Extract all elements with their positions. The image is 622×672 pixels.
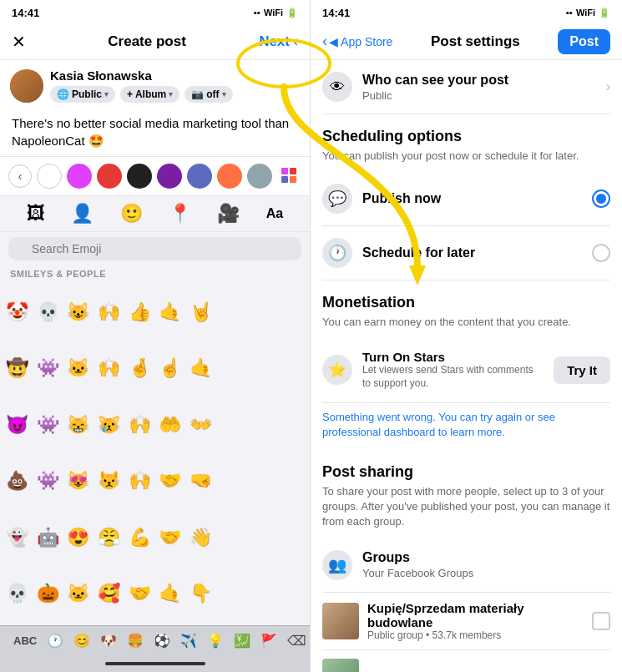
groups-row[interactable]: 👥 Groups Your Facebook Groups bbox=[322, 538, 610, 593]
schedule-later-row[interactable]: 🕐 Schedule for later bbox=[322, 226, 610, 280]
emoji-60[interactable] bbox=[277, 566, 308, 623]
emoji-44[interactable]: 😤 bbox=[94, 509, 124, 566]
emoji-2[interactable]: 💀 bbox=[33, 284, 63, 341]
post-text[interactable]: There's no better social media marketing… bbox=[0, 108, 310, 156]
color-swatch-white[interactable] bbox=[37, 164, 62, 189]
emoji-22[interactable]: 👾 bbox=[33, 397, 63, 453]
group-1-row[interactable]: Kupię/Sprzedam materiały budowlane Publi… bbox=[322, 593, 610, 650]
schedule-later-radio[interactable] bbox=[592, 244, 610, 262]
emoji-36[interactable]: 🤝 bbox=[155, 453, 186, 510]
who-can-see-row[interactable]: 👁 Who can see your post Public › bbox=[322, 60, 610, 114]
text-toolbar-btn[interactable]: Aa bbox=[266, 206, 283, 221]
color-swatch-orange[interactable] bbox=[217, 164, 242, 189]
emoji-search-input[interactable] bbox=[8, 237, 301, 260]
color-grid-button[interactable] bbox=[277, 164, 301, 189]
emoji-51[interactable]: 💀 bbox=[2, 566, 33, 623]
emoji-10[interactable] bbox=[277, 284, 308, 341]
camera-toolbar-btn[interactable]: 🎥 bbox=[217, 203, 240, 225]
emoji-15[interactable]: 🤞 bbox=[124, 341, 155, 397]
emoji-3[interactable]: 😺 bbox=[63, 284, 94, 341]
emoji-9[interactable] bbox=[247, 284, 278, 341]
emoji-24[interactable]: 😿 bbox=[94, 397, 124, 453]
emoji-4[interactable]: 🙌 bbox=[94, 284, 124, 341]
emoji-49[interactable] bbox=[247, 509, 278, 566]
emoji-30[interactable] bbox=[277, 397, 308, 453]
food-btn[interactable]: 🍔 bbox=[122, 629, 149, 652]
animal-btn[interactable]: 🐶 bbox=[95, 629, 122, 652]
emoji-12[interactable]: 👾 bbox=[33, 341, 63, 397]
emoji-47[interactable]: 👋 bbox=[185, 509, 216, 566]
emoji-42[interactable]: 🤖 bbox=[33, 509, 63, 566]
emoji-35[interactable]: 🙌 bbox=[124, 453, 155, 510]
emoji-55[interactable]: 🤝 bbox=[124, 566, 155, 623]
back-button[interactable]: ‹ bbox=[293, 33, 298, 50]
emoji-43[interactable]: 😍 bbox=[63, 509, 94, 566]
emoji-31[interactable]: 💩 bbox=[2, 453, 33, 510]
emoji-29[interactable] bbox=[247, 397, 278, 453]
emoji-58[interactable] bbox=[216, 566, 247, 623]
emoji-39[interactable] bbox=[247, 453, 278, 510]
emoji-50[interactable] bbox=[277, 509, 308, 566]
emoji-20[interactable] bbox=[277, 341, 308, 397]
color-swatch-grey[interactable] bbox=[247, 164, 272, 189]
post-button[interactable]: Post bbox=[558, 29, 610, 54]
public-pill[interactable]: 🌐 Public ▾ bbox=[50, 86, 115, 103]
travel-btn[interactable]: ✈️ bbox=[175, 629, 202, 652]
object-btn[interactable]: 💡 bbox=[202, 629, 229, 652]
activity-btn[interactable]: ⚽ bbox=[149, 629, 175, 652]
symbol-btn[interactable]: 💹 bbox=[229, 629, 255, 652]
publish-now-row[interactable]: 💬 Publish now bbox=[322, 172, 610, 226]
error-link[interactable]: Something went wrong. You can try again … bbox=[322, 403, 610, 450]
emoji-21[interactable]: 😈 bbox=[2, 397, 33, 453]
emoji-56[interactable]: 🤙 bbox=[155, 566, 186, 623]
color-nav-left[interactable]: ‹ bbox=[8, 164, 32, 188]
emoji-57[interactable]: 👇 bbox=[185, 566, 216, 623]
emoji-25[interactable]: 🙌 bbox=[124, 397, 155, 453]
try-it-button[interactable]: Try It bbox=[554, 356, 610, 384]
emoji-8[interactable] bbox=[216, 284, 247, 341]
emoji-28[interactable] bbox=[216, 397, 247, 453]
emoji-1[interactable]: 🤡 bbox=[2, 284, 33, 341]
emoji-33[interactable]: 😻 bbox=[63, 453, 94, 510]
group-1-checkbox[interactable] bbox=[592, 612, 610, 630]
emoji-13[interactable]: 🐱 bbox=[63, 341, 94, 397]
color-swatch-indigo[interactable] bbox=[187, 164, 212, 189]
emoji-27[interactable]: 👐 bbox=[185, 397, 216, 453]
emoji-14[interactable]: 🙌 bbox=[94, 341, 124, 397]
publish-now-radio[interactable] bbox=[592, 189, 610, 208]
emoji-23[interactable]: 😸 bbox=[63, 397, 94, 453]
emoji-26[interactable]: 🤲 bbox=[155, 397, 186, 453]
emoji-16[interactable]: ☝️ bbox=[155, 341, 186, 397]
emoji-6[interactable]: 🤙 bbox=[155, 284, 186, 341]
back-nav-button[interactable]: ‹ ◀ App Store bbox=[322, 33, 392, 50]
emoji-34[interactable]: 😾 bbox=[94, 453, 124, 510]
color-swatch-red[interactable] bbox=[97, 164, 122, 189]
color-swatch-black[interactable] bbox=[127, 164, 152, 189]
emoji-59[interactable] bbox=[247, 566, 278, 623]
emoji-38[interactable] bbox=[216, 453, 247, 510]
emoji-face-btn[interactable]: 😊 bbox=[68, 629, 95, 652]
emoji-37[interactable]: 🤜 bbox=[185, 453, 216, 510]
delete-btn[interactable]: ⌫ bbox=[282, 629, 311, 652]
emoji-17[interactable]: 🤙 bbox=[185, 341, 216, 397]
emoji-52[interactable]: 🎃 bbox=[33, 566, 63, 623]
person-toolbar-btn[interactable]: 👤 bbox=[71, 203, 94, 225]
album-pill[interactable]: + Album ▾ bbox=[120, 86, 180, 103]
clock-btn[interactable]: 🕐 bbox=[42, 629, 68, 652]
emoji-54[interactable]: 🥰 bbox=[94, 566, 124, 623]
emoji-46[interactable]: 🤝 bbox=[155, 509, 186, 566]
abc-btn[interactable]: ABC bbox=[8, 631, 42, 650]
emoji-18[interactable] bbox=[216, 341, 247, 397]
color-swatch-purple[interactable] bbox=[67, 164, 92, 189]
close-button[interactable]: ✕ bbox=[12, 32, 35, 52]
emoji-11[interactable]: 🤠 bbox=[2, 341, 33, 397]
color-swatch-darkpurple[interactable] bbox=[157, 164, 182, 189]
next-button[interactable]: Next bbox=[259, 33, 290, 50]
photo-toolbar-btn[interactable]: 🖼 bbox=[27, 203, 45, 225]
emoji-32[interactable]: 👾 bbox=[33, 453, 63, 510]
location-toolbar-btn[interactable]: 📍 bbox=[169, 203, 191, 225]
group-2-row[interactable]: Sprzedam / kupię materiały po... bbox=[322, 650, 610, 673]
emoji-19[interactable] bbox=[247, 341, 278, 397]
emoji-53[interactable]: 🐱 bbox=[63, 566, 94, 623]
emoji-45[interactable]: 💪 bbox=[124, 509, 155, 566]
